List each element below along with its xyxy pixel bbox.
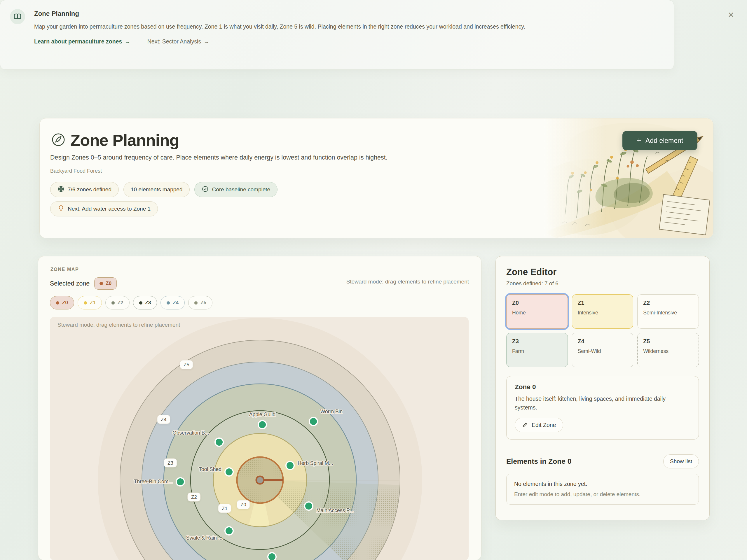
target-icon [57, 186, 65, 194]
zone-card-z5[interactable]: Z5 Wilderness [637, 333, 699, 367]
element-label: Three-Bin Com... [134, 479, 173, 484]
zone-card-z3[interactable]: Z3 Farm [506, 333, 568, 367]
element-label: Tool Shed [199, 466, 222, 472]
zone-map-canvas[interactable]: Steward mode: drag elements to refine pl… [50, 317, 469, 560]
zone-dot-icon [166, 301, 170, 304]
selected-zone-chip: Z0 [94, 277, 117, 290]
edit-zone-button[interactable]: Edit Zone [515, 418, 563, 432]
zone-editor-title: Zone Editor [506, 267, 699, 277]
steward-mode-note: Steward mode: drag elements to refine pl… [346, 278, 469, 285]
zone-dot-icon [100, 282, 103, 285]
next-sector-analysis-link[interactable]: Next: Sector Analysis→ [147, 38, 209, 45]
zone-map-kicker: ZONE MAP [50, 267, 79, 272]
zone-detail-title: Zone 0 [515, 383, 690, 391]
element-dot-worm-bin[interactable] [309, 417, 317, 426]
zone-pill-z4: Z4 [157, 415, 170, 424]
zone-map-panel: ZONE MAP Selected zone Z0 Steward mode: … [38, 256, 482, 560]
element-label: Observation B... [173, 430, 209, 436]
element-dot-tool-shed[interactable] [225, 468, 233, 476]
elements-in-zone-heading: Elements in Zone 0 [506, 457, 571, 465]
page-subtitle: Design Zones 0–5 around frequency of car… [50, 154, 387, 161]
element-dot-apple-guild[interactable] [258, 421, 266, 429]
zone-dot-icon [84, 301, 87, 304]
element-dot-bottom[interactable] [268, 553, 276, 560]
arrow-right-icon: → [204, 38, 209, 45]
elements-mapped-badge: 10 elements mapped [123, 182, 190, 197]
next-step-badge: Next: Add water access to Zone 1 [50, 201, 158, 216]
zone-detail-card: Zone 0 The house itself: kitchen, living… [506, 376, 699, 439]
zone-pill-z1: Z1 [218, 504, 231, 513]
project-name: Backyard Food Forest [50, 168, 102, 174]
plus-icon: + [637, 136, 641, 145]
arrow-right-icon: → [125, 38, 130, 45]
element-label: Main Access P... [316, 507, 353, 513]
zone-card-z1[interactable]: Z1 Intensive [572, 294, 634, 329]
compass-leaf-icon [51, 133, 66, 148]
zone-chip-z2[interactable]: Z2 [105, 296, 130, 310]
concentric-zone-map: Apple Guild Worm Bin Observation B... He… [50, 317, 469, 560]
add-element-button[interactable]: + Add element [622, 131, 697, 150]
banner-description: Map your garden into permaculture zones … [34, 22, 629, 31]
check-circle-icon [202, 186, 209, 194]
zone-detail-description: The house itself: kitchen, living spaces… [515, 394, 678, 412]
empty-elements-card: No elements in this zone yet. Enter edit… [506, 474, 699, 505]
zone-pill-z5: Z5 [180, 360, 193, 369]
zone-editor-panel: Zone Editor Zones defined: 7 of 6 Z0 Hom… [495, 256, 710, 520]
zones-defined-badge: 7/6 zones defined [50, 182, 119, 197]
zone-pill-z3: Z3 [164, 458, 177, 468]
zone-chip-z4[interactable]: Z4 [160, 296, 185, 310]
bulb-icon [57, 205, 65, 213]
show-list-button[interactable]: Show list [663, 454, 699, 469]
empty-state-title: No elements in this zone yet. [514, 481, 691, 487]
selected-zone-label: Selected zone [50, 280, 89, 287]
zone-chip-z1[interactable]: Z1 [78, 296, 102, 310]
empty-state-hint: Enter edit mode to add, update, or delet… [514, 491, 691, 498]
close-icon[interactable]: ✕ [728, 11, 734, 19]
zone-chip-z5[interactable]: Z5 [188, 296, 212, 310]
zone-dot-icon [111, 301, 115, 304]
element-dot-observation-bed[interactable] [215, 438, 223, 446]
zone-filter-chips: Z0 Z1 Z2 Z3 Z4 Z5 [50, 296, 212, 310]
element-label: Swale & Rain ... [186, 535, 223, 541]
map-center-marker[interactable] [256, 476, 264, 484]
baseline-complete-badge: Core baseline complete [194, 182, 278, 197]
zone-card-z0[interactable]: Z0 Home [506, 294, 568, 329]
zone-card-z2[interactable]: Z2 Semi-Intensive [637, 294, 699, 329]
zone-dot-icon [194, 301, 198, 304]
element-dot-swale-rain[interactable] [225, 527, 233, 535]
element-label: Apple Guild [249, 411, 276, 417]
element-dot-three-bin-compost[interactable] [176, 478, 184, 486]
zones-defined-count: Zones defined: 7 of 6 [506, 280, 699, 287]
zone-pill-z0: Z0 [237, 500, 250, 509]
banner-title: Zone Planning [34, 9, 635, 18]
zone-dot-icon [139, 301, 143, 304]
zone-planning-info-banner: Zone Planning Map your garden into perma… [0, 0, 674, 70]
zone-pill-z2: Z2 [187, 492, 201, 502]
divider [506, 448, 699, 448]
canvas-steward-note: Steward mode: drag elements to refine pl… [57, 322, 180, 328]
zone-planning-header-card: Zone Planning Design Zones 0–5 around fr… [40, 118, 714, 238]
zone-dot-icon [56, 301, 59, 304]
element-dot-herb-spiral[interactable] [286, 461, 294, 470]
zone-chip-z0[interactable]: Z0 [50, 296, 74, 310]
pencil-icon [522, 421, 529, 429]
zone-chip-z3[interactable]: Z3 [133, 296, 157, 310]
page-title: Zone Planning [70, 131, 179, 150]
element-dot-main-access[interactable] [305, 502, 313, 510]
open-book-icon [10, 9, 25, 24]
learn-zones-link[interactable]: Learn about permaculture zones→ [34, 38, 130, 45]
zone-card-z4[interactable]: Z4 Semi-Wild [572, 333, 634, 367]
element-label: Herb Spiral M... [298, 460, 333, 466]
element-label: Worm Bin [320, 409, 343, 415]
zone-card-grid: Z0 Home Z1 Intensive Z2 Semi-Intensive Z… [506, 294, 699, 367]
